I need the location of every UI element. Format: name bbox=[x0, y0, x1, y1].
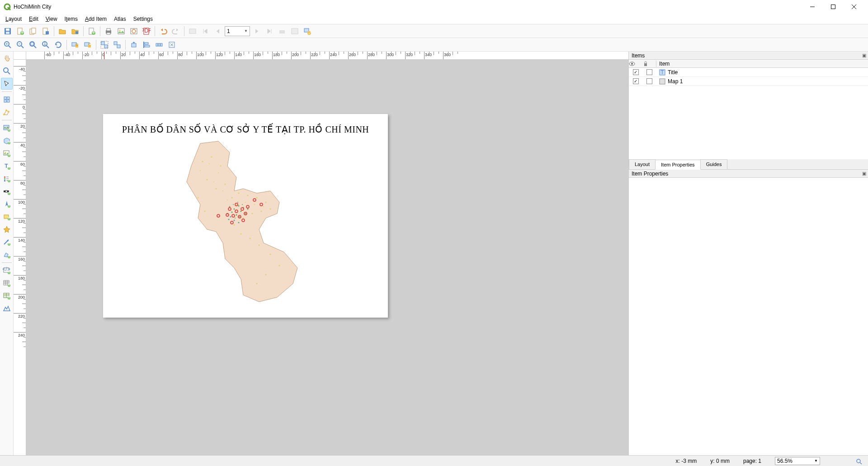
svg-text:+: + bbox=[7, 240, 10, 246]
add-arrow-tool[interactable]: + bbox=[1, 236, 13, 248]
menu-edit[interactable]: Edit bbox=[25, 14, 42, 24]
menu-layout[interactable]: Layout bbox=[2, 14, 25, 24]
move-item-content-tool[interactable] bbox=[1, 94, 13, 105]
chevron-down-icon: ▼ bbox=[814, 459, 818, 463]
visibility-checkbox[interactable]: ✓ bbox=[633, 69, 639, 75]
save-template-button[interactable] bbox=[69, 25, 81, 37]
add-label-tool[interactable]: T+ bbox=[1, 160, 13, 172]
add-html-tool[interactable]: </>+ bbox=[1, 265, 13, 276]
zoom-slider-button[interactable] bbox=[856, 458, 864, 464]
layout-canvas[interactable]: PHÂN BỐ DÂN SỐ VÀ CƠ SỞ Y TẾ TẠI TP. HỒ … bbox=[26, 60, 628, 455]
svg-point-125 bbox=[216, 188, 217, 190]
item-row-map1[interactable]: ✓ Map 1 bbox=[629, 77, 868, 86]
layout-manager-button[interactable] bbox=[40, 25, 52, 37]
minimize-button[interactable] bbox=[802, 0, 823, 14]
redo-button[interactable] bbox=[170, 25, 182, 37]
visibility-column-header[interactable] bbox=[629, 61, 642, 67]
add-legend-tool[interactable]: + bbox=[1, 173, 13, 185]
tab-item-properties[interactable]: Item Properties bbox=[655, 160, 701, 170]
add-northarrow-tool[interactable]: + bbox=[1, 198, 13, 210]
ruler-horizontal[interactable]: -60-40-200204060801001201401601802002202… bbox=[26, 52, 628, 60]
duplicate-layout-button[interactable] bbox=[27, 25, 39, 37]
export-image-button[interactable] bbox=[115, 25, 127, 37]
svg-point-76 bbox=[5, 152, 6, 153]
lock-column-header[interactable] bbox=[642, 61, 656, 67]
zoom-actual-button[interactable]: 1 bbox=[40, 39, 52, 51]
item-row-title[interactable]: ✓ T Title bbox=[629, 68, 868, 77]
tab-guides[interactable]: Guides bbox=[700, 159, 728, 169]
menu-atlas[interactable]: Atlas bbox=[110, 14, 130, 24]
svg-point-150 bbox=[222, 190, 223, 191]
atlas-settings-button[interactable] bbox=[302, 25, 313, 37]
svg-point-157 bbox=[234, 209, 235, 210]
panel-menu-icon[interactable]: ▣ bbox=[861, 52, 867, 58]
unlock-item-button[interactable] bbox=[82, 39, 94, 51]
zoom-out-button[interactable] bbox=[14, 39, 26, 51]
atlas-page-select[interactable]: 1▼ bbox=[225, 26, 250, 36]
add-3dmap-tool[interactable]: + bbox=[1, 135, 13, 147]
atlas-last-button[interactable] bbox=[264, 25, 275, 37]
new-layout-button[interactable]: + bbox=[14, 25, 26, 37]
map-item[interactable] bbox=[175, 139, 316, 306]
refresh-button[interactable] bbox=[52, 39, 64, 51]
load-template-button[interactable] bbox=[57, 25, 68, 37]
svg-text:+: + bbox=[7, 215, 10, 221]
svg-point-169 bbox=[235, 218, 236, 219]
save-button[interactable] bbox=[2, 25, 14, 37]
add-attrtable-tool[interactable]: + bbox=[1, 277, 13, 289]
undo-button[interactable] bbox=[157, 25, 169, 37]
menu-settings[interactable]: Settings bbox=[130, 14, 156, 24]
maximize-button[interactable] bbox=[823, 0, 844, 14]
lock-checkbox[interactable] bbox=[646, 78, 652, 84]
pan-tool[interactable] bbox=[1, 52, 13, 64]
menu-items[interactable]: Items bbox=[61, 14, 81, 24]
export-pdf-button[interactable]: PDF bbox=[141, 25, 152, 37]
raise-button[interactable] bbox=[128, 39, 140, 51]
align-left-button[interactable] bbox=[141, 39, 152, 51]
atlas-prev-button[interactable] bbox=[212, 25, 224, 37]
zoom-tool[interactable] bbox=[1, 65, 13, 77]
lock-checkbox[interactable] bbox=[646, 69, 652, 75]
atlas-export-button[interactable] bbox=[289, 25, 301, 37]
zoom-full-button[interactable] bbox=[27, 39, 39, 51]
add-marker-tool[interactable] bbox=[1, 223, 13, 235]
svg-point-129 bbox=[247, 195, 249, 196]
print-button[interactable] bbox=[103, 25, 114, 37]
atlas-next-button[interactable] bbox=[251, 25, 263, 37]
add-elevation-tool[interactable] bbox=[1, 303, 13, 314]
svg-point-148 bbox=[218, 172, 219, 173]
add-picture-tool[interactable]: + bbox=[1, 147, 13, 159]
svg-rect-62 bbox=[160, 43, 162, 46]
lock-item-button[interactable] bbox=[69, 39, 81, 51]
menu-add-item[interactable]: Add Item bbox=[81, 14, 110, 24]
ruler-vertical[interactable]: -40-20020406080100120140160180200220240 bbox=[14, 60, 26, 455]
menu-view[interactable]: View bbox=[42, 14, 61, 24]
atlas-preview-button[interactable] bbox=[187, 25, 198, 37]
add-scalebar-tool[interactable]: + bbox=[1, 185, 13, 197]
add-fixedtable-tool[interactable]: + bbox=[1, 290, 13, 302]
add-map-tool[interactable]: + bbox=[1, 122, 13, 134]
distribute-button[interactable] bbox=[153, 39, 165, 51]
layout-page[interactable]: PHÂN BỐ DÂN SỐ VÀ CƠ SỞ Y TẾ TẠI TP. HỒ … bbox=[103, 114, 388, 318]
item-properties-header[interactable]: Item Properties ▣ bbox=[629, 170, 868, 178]
add-nodeitem-tool[interactable]: + bbox=[1, 249, 13, 261]
resize-button[interactable] bbox=[166, 39, 178, 51]
close-button[interactable] bbox=[844, 0, 864, 14]
add-items-template-button[interactable]: + bbox=[86, 25, 98, 37]
tab-layout[interactable]: Layout bbox=[629, 159, 656, 169]
export-svg-button[interactable] bbox=[128, 25, 140, 37]
visibility-checkbox[interactable]: ✓ bbox=[633, 78, 639, 84]
group-button[interactable] bbox=[99, 39, 110, 51]
svg-rect-6 bbox=[6, 29, 9, 31]
ungroup-button[interactable] bbox=[111, 39, 123, 51]
panel-menu-icon[interactable]: ▣ bbox=[861, 170, 867, 176]
item-column-header[interactable]: Item bbox=[656, 61, 868, 67]
items-panel-header[interactable]: Items ▣ bbox=[629, 52, 868, 60]
atlas-first-button[interactable] bbox=[199, 25, 211, 37]
zoom-select[interactable]: 56.5% ▼ bbox=[775, 457, 820, 465]
edit-nodes-tool[interactable] bbox=[1, 106, 13, 118]
zoom-in-button[interactable] bbox=[2, 39, 14, 51]
add-shape-tool[interactable]: + bbox=[1, 211, 13, 223]
select-tool[interactable] bbox=[1, 78, 13, 90]
atlas-print-button[interactable] bbox=[276, 25, 288, 37]
